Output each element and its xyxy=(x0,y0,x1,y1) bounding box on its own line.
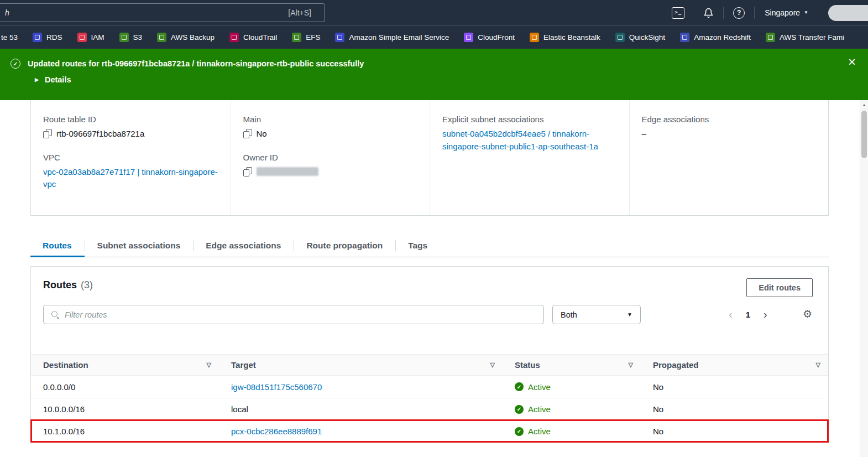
service-shortcut-cloudfront[interactable]: CloudFront xyxy=(464,33,515,42)
service-shortcut-ses[interactable]: Amazon Simple Email Service xyxy=(335,33,449,42)
previous-page-button[interactable]: ‹ xyxy=(729,308,733,321)
global-search-input[interactable]: h [Alt+S] xyxy=(0,3,325,22)
subnet-association-link[interactable]: subnet-0a045b2dcbf54eae5 / tinnakorn-sin… xyxy=(442,128,618,153)
page-number[interactable]: 1 xyxy=(746,310,750,319)
service-shortcut-route53[interactable]: te 53 xyxy=(1,33,18,41)
routes-table: Destination ▽ Target ▽ Status ▽ Propagat… xyxy=(31,354,828,442)
filter-placeholder-text: Filter routes xyxy=(65,310,107,319)
service-shortcut-efs[interactable]: EFS xyxy=(292,33,320,42)
field-vpc: VPC vpc-02a03ab8a27e71f17 | tinnakorn-si… xyxy=(43,153,219,191)
rds-icon xyxy=(33,33,42,42)
target-link[interactable]: igw-08d151f175c560670 xyxy=(231,382,322,392)
destination-cell: 10.1.0.0/16 xyxy=(31,427,219,436)
sort-filter-icon[interactable]: ▽ xyxy=(490,361,495,368)
copy-icon[interactable] xyxy=(43,129,51,138)
copy-icon[interactable] xyxy=(243,129,252,138)
table-row: 0.0.0.0/0 igw-08d151f175c560670 ✓ Active… xyxy=(31,376,828,398)
bell-icon xyxy=(703,7,714,19)
sort-filter-icon[interactable]: ▽ xyxy=(629,361,633,368)
sort-filter-icon[interactable]: ▽ xyxy=(207,361,211,368)
target-cell: local xyxy=(219,404,503,414)
tab-routes[interactable]: Routes xyxy=(30,234,85,257)
column-label: Destination xyxy=(43,360,88,370)
notifications-button[interactable] xyxy=(694,0,723,25)
flashbar-close-button[interactable]: × xyxy=(848,55,856,69)
destination-cell: 10.0.0.0/16 xyxy=(31,404,219,414)
flashbar-details-toggle[interactable]: ▶ Details xyxy=(35,75,71,84)
target-link[interactable]: pcx-0cbc286ee8889f691 xyxy=(231,427,322,436)
s3-icon xyxy=(119,33,129,42)
status-check-icon: ✓ xyxy=(515,382,524,391)
search-placeholder-fragment: h xyxy=(5,8,9,17)
column-label: Propagated xyxy=(653,360,699,370)
ses-icon xyxy=(335,33,344,42)
iam-icon xyxy=(77,33,87,42)
field-label: VPC xyxy=(43,153,219,162)
next-page-button[interactable]: › xyxy=(764,308,767,321)
help-icon: ? xyxy=(733,7,745,19)
edit-routes-button[interactable]: Edit routes xyxy=(746,278,813,297)
service-shortcut-label: Amazon Simple Email Service xyxy=(349,33,449,41)
summary-column-4: Edge associations – xyxy=(629,100,829,215)
copy-icon[interactable] xyxy=(243,167,252,176)
table-settings-gear-icon[interactable]: ⚙ xyxy=(803,309,812,319)
field-explicit-subnet-associations: Explicit subnet associations subnet-0a04… xyxy=(442,115,618,153)
scroll-up-arrow-icon[interactable]: ▲ xyxy=(860,100,868,110)
vertical-scrollbar[interactable]: ▲ xyxy=(860,100,868,457)
vpc-link[interactable]: vpc-02a03ab8a27e71f17 | tinnakorn-singap… xyxy=(43,166,219,191)
field-main: Main No xyxy=(243,115,419,141)
tab-route-propagation[interactable]: Route propagation xyxy=(294,234,395,257)
service-shortcut-label: CloudTrail xyxy=(243,33,277,41)
propagated-cell: No xyxy=(641,382,828,392)
status-check-icon: ✓ xyxy=(515,427,524,436)
service-shortcut-rds[interactable]: RDS xyxy=(33,33,62,42)
service-shortcut-transfer-family[interactable]: AWS Transfer Fami xyxy=(766,33,844,42)
tab-tags[interactable]: Tags xyxy=(395,234,440,257)
field-label: Explicit subnet associations xyxy=(442,115,618,124)
service-shortcut-redshift[interactable]: Amazon Redshift xyxy=(680,33,751,42)
topbar-right-controls: >_ ? Singapore ▼ xyxy=(662,0,868,25)
redshift-icon xyxy=(680,33,689,42)
column-header-status: Status ▽ xyxy=(503,355,641,375)
flashbar-message-row: ✓ Updated routes for rtb-096697f1bcba872… xyxy=(11,59,364,69)
top-navigation-bar: h [Alt+S] >_ ? Singapore ▼ xyxy=(0,0,868,25)
edge-associations-value: – xyxy=(642,128,646,141)
flashbar-message: Updated routes for rtb-096697f1bcba8721a… xyxy=(28,59,364,68)
region-selector[interactable]: Singapore ▼ xyxy=(755,8,818,17)
filter-mode-select[interactable]: Both ▼ xyxy=(552,305,641,324)
route-table-summary-card: Route table ID rtb-096697f1bcba8721a VPC… xyxy=(30,100,829,216)
status-check-icon: ✓ xyxy=(515,405,524,414)
owner-id-redacted-value xyxy=(257,167,318,176)
service-shortcut-elastic-beanstalk[interactable]: Elastic Beanstalk xyxy=(530,33,600,42)
service-shortcut-label: CloudFront xyxy=(478,33,515,41)
filter-routes-input[interactable]: Filter routes xyxy=(43,305,544,324)
column-header-target: Target ▽ xyxy=(219,355,503,375)
service-shortcut-aws-backup[interactable]: AWS Backup xyxy=(157,33,215,42)
tab-subnet-associations[interactable]: Subnet associations xyxy=(85,234,194,257)
service-shortcut-cloudtrail[interactable]: CloudTrail xyxy=(229,33,277,42)
status-label: Active xyxy=(528,382,551,392)
status-label: Active xyxy=(528,427,551,436)
aws-backup-icon xyxy=(157,33,166,42)
field-edge-associations: Edge associations – xyxy=(642,115,818,141)
scrollbar-thumb[interactable] xyxy=(861,111,867,158)
cloudshell-button[interactable]: >_ xyxy=(662,0,694,25)
field-label: Main xyxy=(243,115,419,124)
help-button[interactable]: ? xyxy=(724,0,754,25)
sort-filter-icon[interactable]: ▽ xyxy=(816,361,820,368)
propagated-cell: No xyxy=(641,404,828,414)
tab-edge-associations[interactable]: Edge associations xyxy=(193,234,294,257)
service-shortcut-iam[interactable]: IAM xyxy=(77,33,104,42)
account-menu-partial[interactable] xyxy=(828,5,868,21)
quicksight-icon xyxy=(615,33,625,42)
terminal-icon: >_ xyxy=(672,7,684,19)
service-shortcut-quicksight[interactable]: QuickSight xyxy=(615,33,665,42)
elastic-beanstalk-icon xyxy=(530,33,539,42)
cloudtrail-icon xyxy=(229,33,239,42)
summary-column-3: Explicit subnet associations subnet-0a04… xyxy=(430,100,629,215)
status-label: Active xyxy=(528,404,551,414)
cloudfront-icon xyxy=(464,33,473,42)
service-shortcut-s3[interactable]: S3 xyxy=(119,33,143,42)
service-shortcut-label: EFS xyxy=(306,33,320,41)
expand-triangle-icon: ▶ xyxy=(35,77,39,82)
